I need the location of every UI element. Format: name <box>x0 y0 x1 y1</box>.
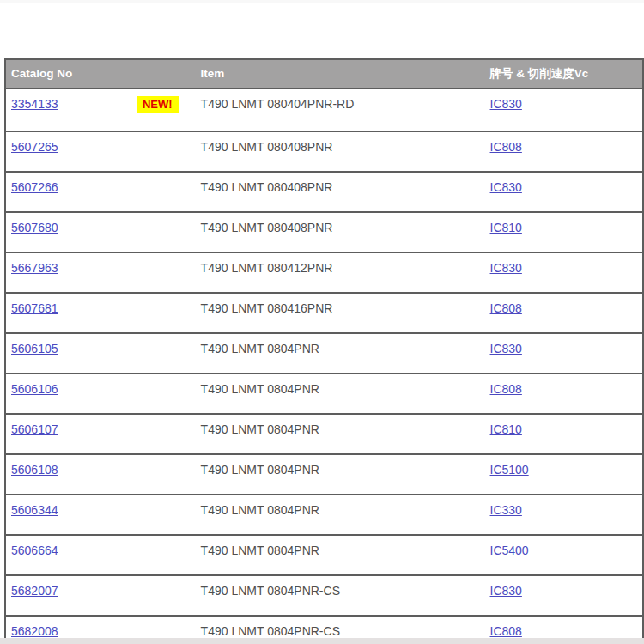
catalog-table: Catalog No Item 牌号 & 切削速度Vc 3354133 NEW!… <box>4 58 644 644</box>
column-header-grade-cutting-speed: 牌号 & 切削速度Vc <box>490 59 643 88</box>
table-row: 5606344 T490 LNMT 0804PNR IC330 <box>5 495 643 535</box>
catalog-number-link[interactable]: 3354133 <box>11 97 58 111</box>
item-label: T490 LNMT 0804PNR <box>201 342 319 355</box>
grade-link[interactable]: IC5100 <box>490 463 529 477</box>
catalog-number-link[interactable]: 5606105 <box>11 342 58 355</box>
grade-link[interactable]: IC830 <box>490 584 522 598</box>
new-badge: NEW! <box>137 96 179 113</box>
catalog-number-link[interactable]: 5607681 <box>11 301 58 315</box>
catalog-number-link[interactable]: 5606664 <box>11 544 58 557</box>
table-row: 5606105 T490 LNMT 0804PNR IC830 <box>5 333 643 374</box>
table-row: 5607681 T490 LNMT 080416PNR IC808 <box>5 293 643 333</box>
grade-link[interactable]: IC830 <box>490 261 522 275</box>
column-header-catalog-no: Catalog No <box>5 59 201 88</box>
catalog-number-link[interactable]: 5667963 <box>11 261 58 275</box>
page-top-band <box>0 0 644 3</box>
item-label: T490 LNMT 080404PNR-RD <box>201 97 355 111</box>
catalog-number-link[interactable]: 5606344 <box>11 503 58 517</box>
grade-link[interactable]: IC808 <box>490 140 522 154</box>
item-label: T490 LNMT 080416PNR <box>201 301 333 315</box>
table-row: 5606108 T490 LNMT 0804PNR IC5100 <box>5 454 643 495</box>
catalog-number-link[interactable]: 5607266 <box>11 180 58 194</box>
table-row: 5606106 T490 LNMT 0804PNR IC808 <box>5 374 643 414</box>
table-row: 5606107 T490 LNMT 0804PNR IC810 <box>5 414 643 454</box>
catalog-number-link[interactable]: 5607265 <box>11 140 58 154</box>
item-label: T490 LNMT 0804PNR <box>201 503 319 517</box>
grade-link[interactable]: IC330 <box>490 503 522 517</box>
item-label: T490 LNMT 0804PNR <box>201 544 319 557</box>
item-label: T490 LNMT 0804PNR <box>201 422 319 436</box>
catalog-number-link[interactable]: 5682007 <box>11 584 58 598</box>
grade-link[interactable]: IC808 <box>490 382 522 396</box>
catalog-number-link[interactable]: 5607680 <box>11 221 58 234</box>
grade-link[interactable]: IC808 <box>490 624 522 638</box>
table-row: 5667963 T490 LNMT 080412PNR IC830 <box>5 252 643 293</box>
grade-link[interactable]: IC830 <box>490 180 522 194</box>
item-label: T490 LNMT 0804PNR-CS <box>201 584 340 598</box>
table-row: 5682007 T490 LNMT 0804PNR-CS IC830 <box>5 575 643 616</box>
table-header-row: Catalog No Item 牌号 & 切削速度Vc <box>5 59 643 88</box>
item-label: T490 LNMT 080408PNR <box>201 180 333 194</box>
table-row: 5607266 T490 LNMT 080408PNR IC830 <box>5 172 643 212</box>
item-label: T490 LNMT 080408PNR <box>201 221 333 234</box>
item-label: T490 LNMT 0804PNR-CS <box>201 624 340 638</box>
grade-link[interactable]: IC808 <box>490 301 522 315</box>
grade-link[interactable]: IC810 <box>490 422 522 436</box>
grade-link[interactable]: IC830 <box>490 342 522 355</box>
table-row: 3354133 NEW! T490 LNMT 080404PNR-RD IC83… <box>5 88 643 131</box>
catalog-number-link[interactable]: 5606106 <box>11 382 58 396</box>
table-row: 5606664 T490 LNMT 0804PNR IC5400 <box>5 535 643 575</box>
grade-link[interactable]: IC5400 <box>490 544 529 557</box>
column-header-item: Item <box>201 59 490 88</box>
grade-link[interactable]: IC810 <box>490 221 522 234</box>
item-label: T490 LNMT 080412PNR <box>201 261 333 275</box>
grade-link[interactable]: IC830 <box>490 97 522 111</box>
catalog-number-link[interactable]: 5606108 <box>11 463 58 477</box>
catalog-number-link[interactable]: 5682008 <box>11 624 58 638</box>
page-bottom-bar <box>0 638 644 644</box>
item-label: T490 LNMT 080408PNR <box>201 140 333 154</box>
catalog-number-link[interactable]: 5606107 <box>11 422 58 436</box>
item-label: T490 LNMT 0804PNR <box>201 382 319 396</box>
item-label: T490 LNMT 0804PNR <box>201 463 319 477</box>
table-row: 5607265 T490 LNMT 080408PNR IC808 <box>5 131 643 172</box>
table-row: 5607680 T490 LNMT 080408PNR IC810 <box>5 212 643 252</box>
